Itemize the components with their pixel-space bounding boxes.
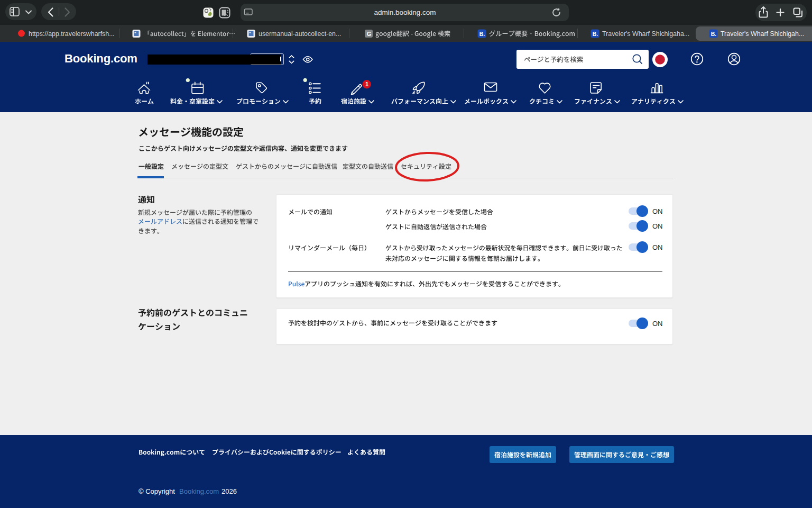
svg-text:ON: ON bbox=[652, 243, 663, 251]
svg-text:ON: ON bbox=[652, 222, 663, 230]
svg-text:Booking.com: Booking.com bbox=[179, 487, 219, 495]
svg-text:1: 1 bbox=[365, 81, 368, 87]
svg-text:ON: ON bbox=[652, 320, 663, 328]
svg-text:© Copyright: © Copyright bbox=[139, 487, 175, 495]
svg-text:2026: 2026 bbox=[222, 487, 237, 495]
svg-text:ON: ON bbox=[652, 207, 663, 215]
